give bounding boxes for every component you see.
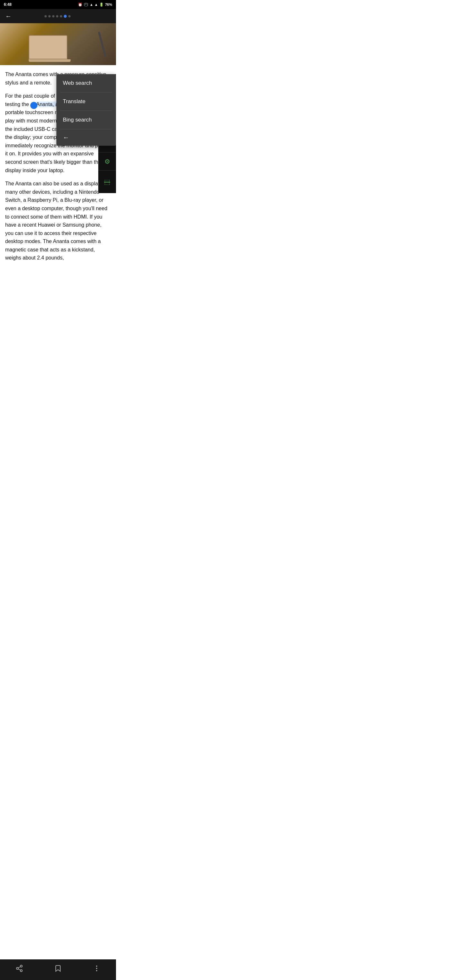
cast-toolbar-icon: ⬚ — [104, 178, 110, 186]
laptop-illustration — [29, 35, 71, 62]
pen-illustration — [98, 32, 106, 57]
web-search-label: Web search — [63, 80, 92, 86]
status-bar: 6:48 ⏰ 📳 ▲ ▲ 🔋 76% — [0, 0, 116, 9]
nav-bar: ← — [0, 9, 116, 23]
time-display: 6:48 — [4, 2, 11, 7]
battery-icon: 🔋 — [99, 3, 104, 7]
article-body: The Ananta can also be used as a display… — [0, 180, 116, 288]
selection-handle-left[interactable] — [30, 102, 37, 109]
status-time: 6:48 — [4, 2, 11, 7]
menu-back-arrow-icon: ← — [63, 134, 69, 141]
cast-toolbar-button[interactable]: ⬚ — [98, 170, 116, 193]
web-search-option[interactable]: Web search — [56, 74, 116, 92]
page-dot-7 — [68, 15, 71, 18]
back-button[interactable]: ← — [4, 11, 13, 21]
signal-icon: ▲ — [94, 3, 98, 6]
page-dot-4 — [56, 15, 58, 18]
context-menu: Web search Translate Bing search ← — [56, 74, 116, 146]
eq-toolbar-icon: ⚙ — [104, 158, 110, 165]
bing-search-option[interactable]: Bing search — [56, 111, 116, 129]
vibrate-icon: 📳 — [84, 3, 88, 7]
translate-option[interactable]: Translate — [56, 92, 116, 111]
eq-toolbar-button[interactable]: ⚙ — [98, 153, 116, 170]
page-dot-3 — [52, 15, 54, 18]
page-dot-2 — [48, 15, 51, 18]
translate-label: Translate — [63, 98, 86, 105]
page-indicators — [13, 15, 102, 18]
status-icons: ⏰ 📳 ▲ ▲ 🔋 76% — [78, 3, 112, 7]
hero-image — [0, 23, 116, 65]
bing-search-label: Bing search — [63, 117, 92, 123]
page-dot-1 — [44, 15, 47, 18]
battery-percent: 76% — [105, 3, 112, 6]
page-dot-6 — [64, 15, 67, 18]
wifi-icon: ▲ — [90, 3, 93, 6]
menu-back[interactable]: ← — [56, 129, 116, 146]
paragraph-3: The Ananta can also be used as a display… — [5, 180, 111, 262]
page-dot-5 — [60, 15, 62, 18]
alarm-icon: ⏰ — [78, 3, 83, 7]
back-arrow-icon: ← — [5, 13, 11, 20]
